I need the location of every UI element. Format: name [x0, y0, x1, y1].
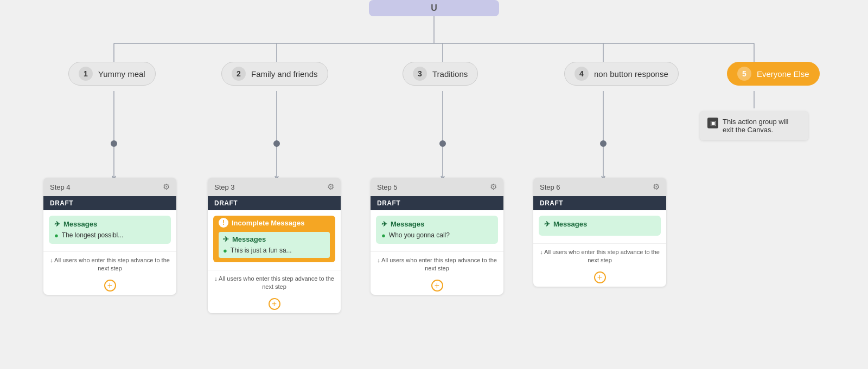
step-3-add-button[interactable]: +: [208, 295, 341, 313]
branch-4-number: 4: [575, 67, 589, 81]
branch-3-pill[interactable]: 3 Traditions: [403, 62, 478, 86]
step-4-footer: ↓ All users who enter this step advance …: [43, 251, 176, 276]
step-4-title: Step 4: [50, 183, 71, 191]
step-5-messages-block[interactable]: ✈ Messages ● Who you gonna call?: [376, 216, 498, 244]
incomplete-label: Incomplete Messages: [232, 219, 304, 227]
branch-2-number: 2: [232, 67, 246, 81]
canvas: U: [0, 0, 868, 369]
paper-plane-icon-3: ✈: [381, 220, 387, 228]
paper-plane-icon: ✈: [54, 220, 60, 228]
step-5-messages-title: ✈ Messages: [381, 220, 493, 228]
exit-canvas-box: ▣ This action group will exit the Canvas…: [700, 111, 808, 140]
step-5-footer: ↓ All users who enter this step advance …: [371, 251, 503, 276]
step-5-body: ✈ Messages ● Who you gonna call?: [371, 210, 503, 251]
step-3-messages-inner: ✈ Messages ● This is just a fun sa...: [219, 232, 330, 258]
step-6-messages-block[interactable]: ✈ Messages: [539, 216, 661, 236]
step-3-draft-badge: DRAFT: [208, 196, 341, 210]
step-5-card: Step 5 ⚙ DRAFT ✈ Messages ● Who you gonn…: [371, 178, 503, 295]
arrow-down-icon-1: ↓: [50, 257, 53, 263]
step-5-gear-icon[interactable]: ⚙: [490, 182, 497, 192]
exit-icon: ▣: [707, 118, 718, 128]
step-5-message-item: ● Who you gonna call?: [381, 231, 493, 239]
step-3-body: ! Incomplete Messages ✈ Messages ● This …: [208, 210, 341, 270]
step-6-messages-title: ✈ Messages: [544, 220, 655, 228]
step-6-draft-badge: DRAFT: [533, 196, 666, 210]
step-4-body: ✈ Messages ● The longest possibl...: [43, 210, 176, 251]
step-4-draft-badge: DRAFT: [43, 196, 176, 210]
step-4-card: Step 4 ⚙ DRAFT ✈ Messages ● The longest …: [43, 178, 176, 295]
plus-icon-3: +: [431, 280, 443, 292]
branch-1-pill[interactable]: 1 Yummy meal: [68, 62, 156, 86]
step-4-messages-title: ✈ Messages: [54, 220, 165, 228]
step-5-add-button[interactable]: +: [371, 276, 503, 295]
branch-4-pill[interactable]: 4 non button response: [564, 62, 679, 86]
warning-icon: !: [219, 218, 228, 228]
svg-point-16: [439, 140, 446, 147]
arrow-down-icon-3: ↓: [377, 257, 380, 263]
step-4-gear-icon[interactable]: ⚙: [163, 182, 170, 192]
step-3-title: Step 3: [214, 183, 235, 191]
step-5-header: Step 5 ⚙: [371, 178, 503, 196]
step-6-header: Step 6 ⚙: [533, 178, 666, 196]
branch-2-pill[interactable]: 2 Family and friends: [221, 62, 328, 86]
branch-3-number: 3: [413, 67, 427, 81]
branch-5-label: Everyone Else: [757, 69, 809, 79]
whatsapp-icon-2: ●: [223, 247, 227, 255]
step-3-messages-title: ✈ Messages: [223, 235, 326, 243]
svg-rect-0: [369, 0, 499, 16]
plus-icon-4: +: [594, 271, 606, 283]
branch-4-label: non button response: [594, 69, 668, 79]
plus-icon-1: +: [104, 280, 116, 292]
branch-2-label: Family and friends: [251, 69, 318, 79]
step-6-footer: ↓ All users who enter this step advance …: [533, 243, 666, 268]
branch-3-label: Traditions: [432, 69, 468, 79]
step-4-add-button[interactable]: +: [43, 276, 176, 295]
paper-plane-icon-4: ✈: [544, 220, 550, 228]
branch-1-number: 1: [79, 67, 93, 81]
step-3-incomplete-block[interactable]: ! Incomplete Messages ✈ Messages ● This …: [213, 216, 335, 262]
step-5-title: Step 5: [377, 183, 398, 191]
svg-text:U: U: [431, 3, 437, 12]
arrow-down-icon-4: ↓: [540, 249, 543, 255]
exit-canvas-text: This action group will exit the Canvas.: [723, 118, 801, 134]
step-6-add-button[interactable]: +: [533, 268, 666, 287]
step-3-footer: ↓ All users who enter this step advance …: [208, 270, 341, 295]
step-3-message-item: ● This is just a fun sa...: [223, 247, 326, 255]
step-4-message-item-1: ● The longest possibl...: [54, 231, 165, 239]
svg-point-13: [273, 140, 280, 147]
whatsapp-icon-1: ●: [54, 231, 59, 239]
step-3-card: Step 3 ⚙ DRAFT ! Incomplete Messages ✈ M…: [208, 178, 341, 313]
step-6-title: Step 6: [540, 183, 560, 191]
paper-plane-icon-2: ✈: [223, 235, 229, 243]
branch-1-label: Yummy meal: [98, 69, 145, 79]
step-4-header: Step 4 ⚙: [43, 178, 176, 196]
whatsapp-icon-3: ●: [381, 231, 386, 239]
step-4-messages-block[interactable]: ✈ Messages ● The longest possibl...: [49, 216, 171, 244]
step-3-gear-icon[interactable]: ⚙: [327, 182, 334, 192]
svg-point-19: [600, 140, 607, 147]
step-5-draft-badge: DRAFT: [371, 196, 503, 210]
step-6-card: Step 6 ⚙ DRAFT ✈ Messages ↓ All users wh…: [533, 178, 666, 287]
step-6-gear-icon[interactable]: ⚙: [653, 182, 660, 192]
svg-point-10: [111, 140, 117, 147]
branch-5-number: 5: [737, 67, 751, 81]
step-3-header: Step 3 ⚙: [208, 178, 341, 196]
step-6-body: ✈ Messages: [533, 210, 666, 243]
branch-5-pill[interactable]: 5 Everyone Else: [727, 62, 820, 86]
arrow-down-icon-2: ↓: [214, 275, 218, 282]
plus-icon-2: +: [269, 298, 280, 310]
